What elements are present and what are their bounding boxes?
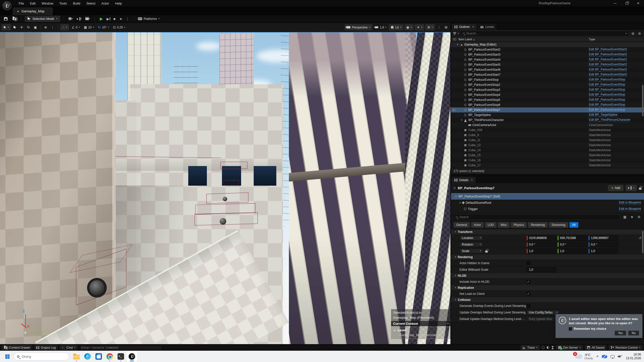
menu-select[interactable]: Select: [83, 2, 98, 5]
zen-server-dropdown[interactable]: Zen Server▾: [556, 345, 583, 350]
taskbar-chrome[interactable]: [104, 351, 115, 362]
section-hlod[interactable]: ▾HLOD: [451, 273, 644, 278]
menu-edit[interactable]: Edit: [27, 2, 39, 5]
filter-icon[interactable]: [453, 32, 456, 35]
rotation-x-field[interactable]: 0,0 °: [526, 242, 556, 247]
display-icon[interactable]: [611, 355, 615, 358]
camera-speed-dropdown[interactable]: 1,6▾: [373, 24, 388, 30]
edit-in-blueprint-link[interactable]: Edit in Blueprint: [619, 201, 641, 205]
details-search-box[interactable]: [453, 214, 620, 220]
outliner-row[interactable]: Cube_9StaticMeshActor: [451, 133, 644, 138]
menu-window[interactable]: Window: [39, 2, 56, 5]
filter-tab-physics[interactable]: Physics: [511, 222, 527, 228]
property-checkbox[interactable]: ✓: [526, 304, 530, 308]
menu-help[interactable]: Help: [112, 2, 125, 5]
outliner-row[interactable]: Cube_17StaticMeshActor: [451, 163, 644, 168]
taskbar-file-explorer[interactable]: [71, 351, 82, 362]
property-field[interactable]: 1,0: [526, 267, 556, 272]
scale-z-field[interactable]: 1,0: [588, 249, 618, 254]
visibility-eye-icon[interactable]: [452, 109, 456, 111]
cinematics-button[interactable]: ▾: [85, 16, 91, 22]
close-tab-icon[interactable]: ✕: [471, 179, 473, 181]
filter-tab-general[interactable]: General: [453, 222, 470, 228]
edit-asset-link[interactable]: Edit BP_ParkourEventStop: [589, 78, 625, 82]
taskbar-search-box[interactable]: [14, 352, 69, 360]
location-x-field[interactable]: 3100,668808: [526, 235, 556, 240]
save-button[interactable]: [3, 16, 9, 22]
weather-widget[interactable]: 1 -9°C Cloudy: [575, 353, 593, 360]
maximize-viewport-button[interactable]: ⊞: [443, 24, 449, 30]
transform-options-button[interactable]: ⋮: [50, 24, 56, 30]
component-row[interactable]: TriggerEdit in Blueprint: [451, 206, 644, 212]
taskbar-store[interactable]: [93, 351, 104, 362]
tray-expand-icon[interactable]: ^: [596, 355, 598, 358]
property-checkbox[interactable]: ✓: [526, 280, 530, 284]
expand-caret-icon[interactable]: ▾: [457, 43, 460, 46]
edit-asset-link[interactable]: Edit BP_ParkourEventStop: [589, 88, 625, 92]
property-checkbox[interactable]: ✓: [526, 292, 530, 296]
profiler-icon[interactable]: [547, 346, 549, 349]
3d-viewport-scene[interactable]: Z X Y Selected Actor(s) in Gameplay_Map …: [0, 32, 450, 344]
location-z-field[interactable]: 1299,999997: [588, 235, 618, 240]
menu-file[interactable]: File: [16, 2, 27, 5]
panel-divider[interactable]: [451, 174, 644, 176]
taskbar-edge[interactable]: [82, 351, 93, 362]
favorites-button[interactable]: ★: [629, 215, 634, 220]
outliner-row[interactable]: Cube_12StaticMeshActor: [451, 143, 644, 148]
frame-skip-button[interactable]: ▶: [105, 16, 111, 22]
section-transform[interactable]: ▾Transform: [451, 229, 644, 235]
select-tool-button[interactable]: [12, 24, 18, 30]
visibility-column-icon[interactable]: [453, 38, 456, 41]
yes-button[interactable]: Yes: [615, 331, 626, 336]
revision-control-dropdown[interactable]: Revision Control▾: [609, 345, 642, 350]
stop-button[interactable]: ■: [111, 16, 118, 22]
outliner-row[interactable]: BP_ParkourEventStop5Edit BP_ParkourEvent…: [451, 97, 644, 102]
edit-asset-link[interactable]: Edit BP_ParkourEventStop: [589, 108, 625, 112]
outliner-row[interactable]: ▾BP_ThirdPersonCharacterEdit BP_ThirdPer…: [451, 117, 644, 123]
level-value-dropdown[interactable]: Gameplay_Map (Persistent)▾: [399, 333, 448, 337]
edit-asset-link[interactable]: Edit BP_ParkourEventStart2: [589, 58, 627, 61]
edit-in-blueprint-link[interactable]: Edit in Blueprint: [619, 207, 641, 211]
outliner-row[interactable]: BP_ParkourEventStart3Edit BP_ParkourEven…: [451, 52, 644, 57]
tab-outliner[interactable]: Outliner ✕: [452, 24, 477, 30]
start-button[interactable]: [3, 352, 12, 361]
onedrive-icon[interactable]: [602, 355, 607, 358]
filter-tab-actor[interactable]: Actor: [471, 222, 484, 228]
outliner-row[interactable]: Cube_006StaticMeshActor: [451, 128, 644, 133]
edit-asset-link[interactable]: Edit BP_ParkourEventStart2: [589, 53, 627, 56]
outliner-row[interactable]: Cube_15StaticMeshActor: [451, 153, 644, 158]
scale-dropdown[interactable]: Scale▾: [460, 249, 483, 254]
expand-caret-icon[interactable]: ▾: [461, 119, 464, 121]
component-row[interactable]: ▾DefaultSceneRootEdit in Blueprint: [451, 199, 644, 206]
remember-choice-checkbox[interactable]: [569, 327, 572, 331]
property-checkbox[interactable]: ✓: [526, 261, 530, 265]
details-search-input[interactable]: [459, 215, 618, 219]
trace-dropdown[interactable]: Trace▾: [520, 345, 540, 350]
insights-icon[interactable]: [542, 346, 545, 349]
reset-to-default-icon[interactable]: ↺: [638, 236, 641, 240]
grid-snap-dropdown[interactable]: ▦10▾: [82, 24, 95, 30]
outliner-search-box[interactable]: ▾: [461, 31, 629, 36]
outliner-settings-button[interactable]: ⚙: [637, 31, 642, 36]
transform-tool-dropdown[interactable]: ▾: [2, 24, 11, 30]
location-dropdown[interactable]: Location▾: [460, 235, 483, 240]
new-folder-button[interactable]: ⊞: [630, 31, 635, 36]
scale-tool-button[interactable]: ▣: [32, 24, 38, 30]
scale-y-field[interactable]: 1,0: [557, 249, 587, 254]
outliner-row[interactable]: BP_ParkourEventStop6Edit BP_ParkourEvent…: [451, 102, 644, 107]
add-actor-button[interactable]: +▾: [67, 16, 74, 22]
edit-asset-link[interactable]: Edit BP_ParkourEventStop: [589, 93, 625, 97]
tab-levels[interactable]: Levels: [478, 24, 497, 30]
angle-snap-dropdown[interactable]: ∠0▾: [70, 24, 81, 30]
expand-caret-icon[interactable]: ▾: [460, 202, 461, 204]
rotate-tool-button[interactable]: ↻: [25, 24, 31, 30]
filter-tab-all[interactable]: All: [570, 222, 578, 228]
volume-muted-icon[interactable]: [618, 355, 622, 358]
unreal-logo-icon[interactable]: U: [3, 1, 12, 10]
blueprints-button[interactable]: ▾: [76, 16, 83, 22]
details-scrollbar[interactable]: [642, 231, 643, 253]
edit-asset-link[interactable]: Edit BP_ParkourEventStop: [589, 83, 625, 87]
outliner-row[interactable]: CineCameraActorCineCameraActor: [451, 123, 644, 128]
show-flags-dropdown[interactable]: ◉▾: [404, 24, 414, 30]
play-button[interactable]: ▶: [98, 16, 104, 22]
